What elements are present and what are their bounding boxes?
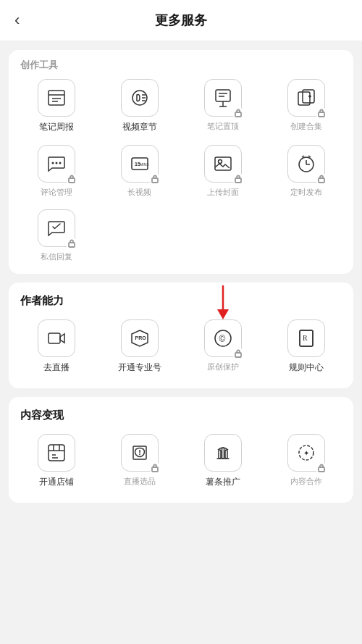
potato-icon-wrap (204, 434, 242, 472)
scheduled-label: 定时发布 (290, 187, 322, 198)
live-select-icon-wrap (121, 434, 159, 472)
partial-top-card: 创作工具 笔记周报 (9, 50, 353, 274)
list-item[interactable]: 创建合集 (267, 79, 345, 133)
svg-rect-29 (235, 178, 241, 183)
svg-rect-22 (69, 178, 75, 183)
list-item[interactable]: 15 MINS 长视频 (101, 145, 178, 198)
page-title: 更多服务 (155, 12, 207, 29)
svg-point-28 (218, 160, 222, 164)
comment-mgmt-icon (46, 154, 67, 174)
create-collection-lock (316, 107, 327, 119)
svg-rect-0 (49, 91, 64, 105)
creation-grid: 笔记周报 视频章节 (17, 79, 345, 262)
pin-note-icon-wrap (204, 79, 242, 117)
svg-rect-43 (235, 353, 241, 357)
video-chapter-icon (130, 88, 150, 108)
svg-rect-18 (319, 112, 324, 117)
list-item[interactable]: 笔记置顶 (184, 79, 261, 133)
pin-note-icon (213, 88, 233, 108)
pin-note-lock (232, 107, 244, 119)
upload-cover-icon (213, 154, 233, 174)
potato-label: 薯条推广 (206, 476, 240, 488)
pin-note-label: 笔记置顶 (207, 121, 239, 132)
weekly-label: 笔记周报 (39, 121, 74, 133)
back-button[interactable]: ‹ (14, 11, 20, 30)
svg-rect-27 (215, 157, 231, 170)
list-item[interactable]: 开通店铺 (17, 434, 95, 488)
original-icon: © (213, 328, 233, 348)
svg-point-21 (59, 162, 61, 164)
upload-cover-lock (232, 173, 244, 185)
svg-text:PRO: PRO (135, 335, 146, 340)
scheduled-icon-wrap (287, 145, 325, 183)
dm-reply-label: 私信回复 (41, 251, 72, 262)
upload-cover-icon-wrap (204, 145, 242, 183)
collab-label: 内容合作 (290, 476, 322, 487)
svg-text:MINS: MINS (140, 162, 149, 167)
original-label: 原创保护 (207, 361, 239, 372)
list-item[interactable]: 直播选品 (101, 434, 178, 488)
svg-rect-56 (319, 467, 324, 472)
scheduled-lock (316, 173, 327, 185)
collab-lock (316, 462, 327, 474)
svg-point-19 (55, 162, 57, 164)
svg-rect-50 (152, 467, 158, 472)
open-shop-label: 开通店铺 (39, 476, 74, 488)
list-item[interactable]: R 规则中心 (267, 319, 345, 374)
pro-icon: PRO (130, 328, 150, 348)
create-collection-label: 创建合集 (290, 121, 322, 132)
comment-mgmt-lock (66, 173, 77, 185)
author-ability-title: 作者能力 (17, 294, 345, 308)
long-video-icon-wrap: 15 MINS (121, 145, 159, 183)
dm-reply-icon (46, 218, 67, 238)
svg-rect-26 (152, 178, 158, 183)
svg-rect-13 (235, 112, 241, 117)
svg-line-34 (308, 156, 311, 157)
svg-text:R: R (303, 334, 308, 342)
monetize-title: 内容变现 (17, 409, 345, 422)
weekly-icon (46, 88, 67, 108)
svg-text:©: © (219, 334, 225, 344)
rules-icon-wrap: R (287, 319, 325, 357)
list-item[interactable]: 视频章节 (101, 79, 178, 133)
live-icon (46, 328, 67, 348)
list-item[interactable]: 评论管理 (17, 145, 95, 198)
video-chapter-icon-wrap (121, 79, 159, 117)
monetize-grid: 开通店铺 直播选品 (17, 434, 345, 488)
live-select-label: 直播选品 (124, 476, 156, 487)
svg-rect-51 (219, 450, 221, 459)
collab-icon: ✦ (296, 443, 316, 463)
list-item[interactable]: 上传封面 (184, 145, 261, 198)
svg-line-33 (302, 156, 304, 157)
list-item[interactable]: ✦ 内容合作 (267, 434, 345, 488)
author-ability-section: 作者能力 去直播 PRO 开通专业号 (9, 283, 353, 388)
list-item[interactable]: 去直播 (17, 319, 95, 374)
list-item[interactable]: 定时发布 (267, 145, 345, 198)
svg-point-20 (51, 162, 54, 164)
collab-icon-wrap: ✦ (287, 434, 325, 472)
list-item[interactable]: PRO 开通专业号 (101, 319, 178, 374)
list-item[interactable]: 笔记周报 (17, 79, 95, 133)
svg-rect-53 (225, 450, 227, 459)
svg-text:✦: ✦ (303, 449, 309, 457)
weekly-icon-wrap (38, 79, 75, 117)
dm-reply-icon-wrap (38, 209, 75, 247)
monetize-section: 内容变现 开通店铺 (9, 397, 353, 503)
live-icon-wrap (38, 319, 75, 357)
original-icon-wrap: © (204, 319, 242, 357)
svg-point-49 (139, 453, 140, 455)
upload-cover-label: 上传封面 (207, 187, 239, 198)
svg-marker-40 (217, 309, 229, 319)
list-item[interactable]: 薯条推广 (184, 434, 261, 488)
svg-rect-8 (216, 90, 230, 101)
list-item[interactable]: 私信回复 (17, 209, 95, 262)
dm-reply-lock (66, 238, 77, 249)
rules-icon: R (296, 328, 316, 348)
live-label: 去直播 (43, 361, 70, 374)
video-chapter-label: 视频章节 (122, 121, 157, 133)
open-shop-icon-wrap (38, 434, 75, 472)
comment-mgmt-label: 评论管理 (41, 187, 72, 198)
list-item[interactable]: © 原创保护 (184, 319, 261, 374)
live-select-lock (149, 462, 161, 474)
rules-label: 规则中心 (289, 361, 324, 374)
